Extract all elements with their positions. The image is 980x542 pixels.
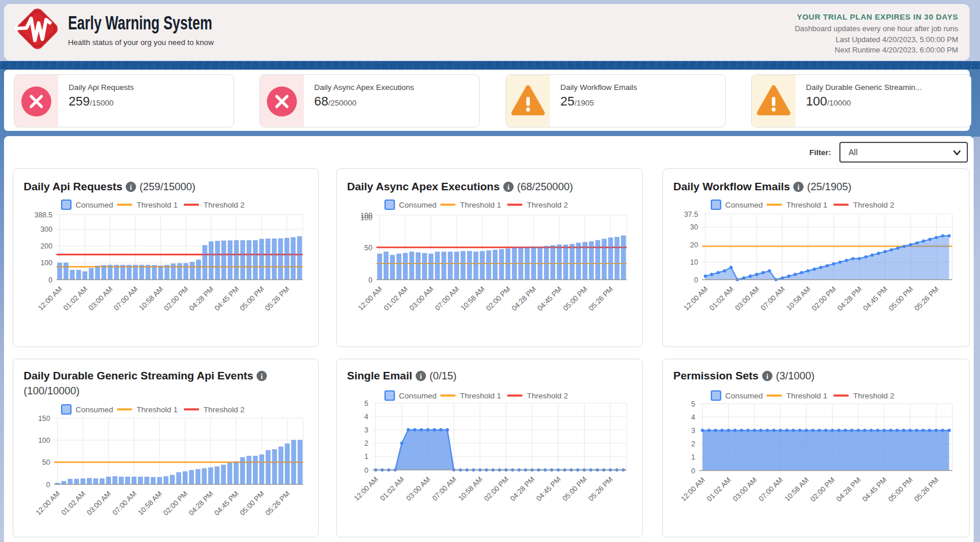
- svg-text:0: 0: [694, 276, 698, 284]
- svg-text:05:00 PM: 05:00 PM: [238, 490, 266, 517]
- svg-text:(68/250000): (68/250000): [517, 181, 573, 193]
- svg-text:02:00 PM: 02:00 PM: [809, 476, 836, 503]
- svg-text:10:58 AM: 10:58 AM: [459, 285, 486, 312]
- svg-text:Threshold 2: Threshold 2: [853, 392, 894, 400]
- svg-text:04:28 PM: 04:28 PM: [510, 285, 538, 313]
- svg-text:04:45 PM: 04:45 PM: [861, 476, 888, 503]
- svg-text:10:58 AM: 10:58 AM: [138, 285, 165, 312]
- svg-text:Consumed: Consumed: [725, 392, 763, 400]
- svg-text:04:28 PM: 04:28 PM: [508, 475, 536, 503]
- svg-text:05:26 PM: 05:26 PM: [913, 476, 940, 503]
- svg-text:i: i: [261, 372, 263, 381]
- svg-text:12:00 AM: 12:00 AM: [679, 476, 706, 503]
- svg-text:10: 10: [690, 258, 698, 266]
- svg-text:4: 4: [364, 413, 368, 421]
- svg-text:0: 0: [46, 481, 50, 489]
- svg-text:07:00 AM: 07:00 AM: [759, 285, 786, 312]
- svg-text:04:45 PM: 04:45 PM: [536, 285, 564, 313]
- svg-text:0: 0: [48, 276, 52, 284]
- svg-text:Daily Durable Generic Streamin: Daily Durable Generic Streaming Api Even…: [24, 370, 253, 382]
- svg-text:3: 3: [364, 426, 368, 434]
- svg-text:02:00 PM: 02:00 PM: [163, 285, 190, 313]
- svg-text:01:02 AM: 01:02 AM: [382, 285, 409, 312]
- svg-text:Consumed: Consumed: [76, 201, 113, 209]
- svg-text:07:00 AM: 07:00 AM: [112, 285, 140, 312]
- svg-text:03:00 AM: 03:00 AM: [732, 476, 759, 503]
- svg-text:150: 150: [38, 415, 50, 423]
- svg-text:5: 5: [691, 400, 695, 408]
- svg-text:05:26 PM: 05:26 PM: [587, 285, 615, 313]
- svg-text:Threshold 1: Threshold 1: [137, 405, 178, 414]
- svg-text:0: 0: [368, 276, 372, 284]
- svg-text:05:26 PM: 05:26 PM: [264, 490, 292, 517]
- svg-text:05:26 PM: 05:26 PM: [263, 285, 291, 313]
- svg-text:07:00 AM: 07:00 AM: [757, 476, 785, 503]
- svg-text:04:28 PM: 04:28 PM: [836, 285, 864, 313]
- svg-text:0: 0: [364, 466, 368, 475]
- svg-text:01:02 AM: 01:02 AM: [706, 476, 733, 503]
- svg-text:05:00 PM: 05:00 PM: [887, 285, 915, 313]
- svg-text:1: 1: [691, 453, 695, 461]
- svg-text:01:02 AM: 01:02 AM: [379, 475, 406, 502]
- svg-text:1: 1: [364, 453, 368, 461]
- svg-text:50: 50: [42, 458, 50, 466]
- svg-text:0: 0: [691, 467, 695, 475]
- svg-text:01:02 AM: 01:02 AM: [60, 490, 87, 517]
- svg-text:07:00 AM: 07:00 AM: [434, 285, 461, 312]
- svg-text:Consumed: Consumed: [399, 201, 436, 209]
- svg-text:100: 100: [40, 259, 52, 267]
- svg-text:Threshold 1: Threshold 1: [786, 392, 827, 400]
- svg-text:200: 200: [40, 242, 52, 250]
- svg-text:10:58 AM: 10:58 AM: [137, 490, 164, 517]
- svg-text:Threshold 1: Threshold 1: [460, 392, 501, 400]
- svg-text:10:58 AM: 10:58 AM: [785, 285, 812, 312]
- svg-text:05:00 PM: 05:00 PM: [561, 285, 589, 313]
- svg-text:37.5: 37.5: [684, 210, 698, 219]
- svg-text:04:28 PM: 04:28 PM: [835, 476, 862, 503]
- svg-text:03:00 AM: 03:00 AM: [733, 285, 760, 312]
- svg-text:07:00 AM: 07:00 AM: [431, 475, 458, 502]
- svg-text:Threshold 2: Threshold 2: [853, 201, 894, 209]
- svg-text:04:45 PM: 04:45 PM: [535, 475, 563, 503]
- svg-text:Threshold 1: Threshold 1: [786, 201, 827, 209]
- svg-text:04:45 PM: 04:45 PM: [213, 490, 240, 517]
- svg-text:388.5: 388.5: [35, 211, 52, 219]
- svg-text:Consumed: Consumed: [76, 405, 113, 414]
- svg-text:3: 3: [691, 427, 695, 435]
- svg-text:02:00 PM: 02:00 PM: [161, 490, 189, 517]
- svg-text:05:00 PM: 05:00 PM: [887, 476, 914, 503]
- svg-text:Threshold 1: Threshold 1: [460, 201, 501, 209]
- svg-text:(25/1905): (25/1905): [807, 181, 851, 193]
- svg-text:30: 30: [690, 223, 698, 231]
- svg-text:07:00 AM: 07:00 AM: [111, 490, 138, 517]
- svg-text:(100/10000): (100/10000): [24, 385, 80, 397]
- svg-text:10:58 AM: 10:58 AM: [457, 475, 484, 502]
- svg-text:05:00 PM: 05:00 PM: [561, 475, 589, 503]
- svg-text:Threshold 2: Threshold 2: [527, 201, 568, 209]
- svg-text:5: 5: [364, 400, 368, 408]
- svg-text:Threshold 2: Threshold 2: [203, 201, 244, 209]
- svg-text:Threshold 2: Threshold 2: [527, 392, 568, 400]
- svg-text:i: i: [766, 372, 768, 381]
- svg-text:03:00 AM: 03:00 AM: [408, 285, 435, 312]
- svg-text:100: 100: [38, 436, 50, 445]
- svg-text:Daily Api Requests: Daily Api Requests: [24, 180, 122, 193]
- svg-text:12:00 AM: 12:00 AM: [356, 285, 383, 312]
- svg-text:Daily Async Apex Executions: Daily Async Apex Executions: [347, 180, 500, 193]
- svg-text:i: i: [797, 183, 800, 191]
- svg-text:04:45 PM: 04:45 PM: [213, 285, 240, 313]
- svg-text:Threshold 1: Threshold 1: [137, 201, 178, 209]
- svg-text:Consumed: Consumed: [399, 392, 436, 400]
- svg-text:05:26 PM: 05:26 PM: [913, 285, 941, 313]
- svg-text:50: 50: [364, 244, 372, 252]
- svg-text:04:45 PM: 04:45 PM: [862, 285, 889, 313]
- svg-text:02:00 PM: 02:00 PM: [484, 285, 512, 313]
- svg-text:Consumed: Consumed: [725, 201, 763, 209]
- svg-text:2: 2: [691, 440, 695, 448]
- svg-text:04:28 PM: 04:28 PM: [187, 490, 215, 517]
- svg-text:i: i: [507, 183, 510, 191]
- svg-text:03:00 AM: 03:00 AM: [87, 285, 114, 312]
- svg-text:05:00 PM: 05:00 PM: [238, 285, 266, 313]
- svg-text:(259/15000): (259/15000): [140, 181, 195, 193]
- svg-text:i: i: [130, 183, 132, 191]
